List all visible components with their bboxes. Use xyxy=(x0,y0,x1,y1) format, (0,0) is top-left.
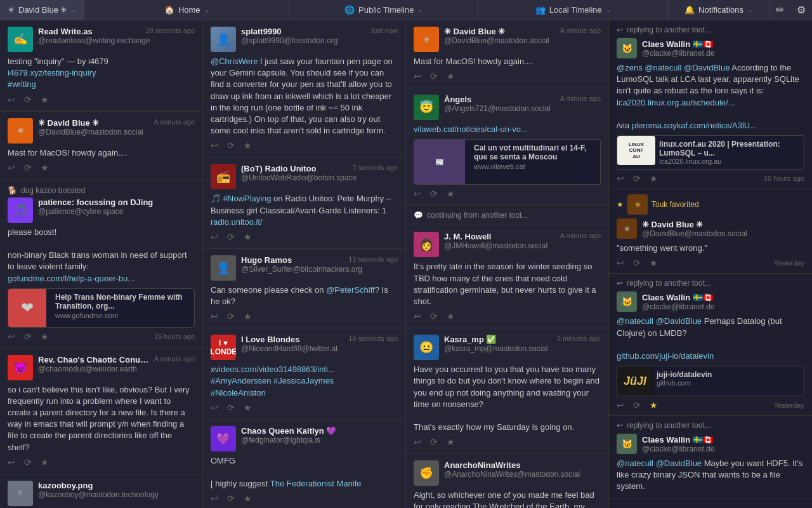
favorite-button[interactable]: ★ xyxy=(41,331,49,342)
public-icon: 🌐 xyxy=(344,5,355,15)
favorite-button[interactable]: ★ xyxy=(447,437,455,447)
local-timeline-nav[interactable]: 👥 Local Timeline ⌄ xyxy=(478,0,668,20)
mention[interactable]: @PeterSchiff xyxy=(326,285,375,295)
favorite-text: Touk favorited xyxy=(652,200,699,209)
favorite-button[interactable]: ★ xyxy=(244,403,252,413)
boost-button[interactable]: ⟳ xyxy=(633,258,641,268)
boost-button[interactable]: ⟳ xyxy=(227,140,235,150)
reply-button[interactable]: ↩ xyxy=(211,232,218,242)
public-timeline-nav[interactable]: 🌐 Public Timeline ⌄ xyxy=(289,0,479,20)
toot-link[interactable]: vilaweb.cat/noticies/cal-un-vo... xyxy=(414,124,528,134)
reply-button[interactable]: ↩ xyxy=(617,258,624,268)
notifications-nav[interactable]: 🔔 Notifications ⌄ xyxy=(668,0,769,20)
reply-button[interactable]: ↩ xyxy=(211,403,218,413)
reply-button[interactable]: ↩ xyxy=(211,140,218,150)
boost-button[interactable]: ⟳ xyxy=(430,189,438,199)
reply-button[interactable]: ↩ xyxy=(414,311,421,321)
reply-indicator: ↩ replying to another toot... xyxy=(617,421,804,430)
toot-time: A minute ago xyxy=(154,118,195,126)
hashtag: #NowPlaying xyxy=(223,194,272,203)
reply-button[interactable]: ↩ xyxy=(211,493,218,504)
reply-button[interactable]: ↩ xyxy=(414,71,421,81)
notif-link[interactable]: github.com/juji-io/datalevin xyxy=(617,351,714,361)
favorite-button[interactable]: ★ xyxy=(244,140,252,150)
mention[interactable]: @natecull xyxy=(645,63,681,72)
compose-button[interactable]: ✏ xyxy=(769,0,790,20)
reply-button[interactable]: ↩ xyxy=(617,173,624,184)
favorite-button[interactable]: ★ xyxy=(650,258,658,268)
mention[interactable]: @DavidBlue xyxy=(684,63,730,72)
toot-radiounito: 📻 (BoT) Radio Unitoo @UnitooWebRadio@bot… xyxy=(203,157,405,249)
favorite-button[interactable]: ★ xyxy=(447,71,455,81)
toot-link[interactable]: i4679.xyz/testing-inquiry xyxy=(8,68,96,77)
home-label: Home xyxy=(178,5,200,15)
boost-button[interactable]: ⟳ xyxy=(633,400,641,410)
reply-button[interactable]: ↩ xyxy=(8,163,15,173)
settings-button[interactable]: ⚙ xyxy=(790,0,812,20)
reply-button[interactable]: ↩ xyxy=(414,189,421,199)
home-column: ✍ Read Write.as @readwriteas@writing.exc… xyxy=(0,20,203,508)
juji-card-url: github.com xyxy=(657,379,800,387)
reply-button[interactable]: ↩ xyxy=(8,95,15,105)
reply-button[interactable]: ↩ xyxy=(8,331,15,342)
boost-button[interactable]: ⟳ xyxy=(633,173,641,184)
reply-button[interactable]: ↩ xyxy=(8,457,15,467)
mention[interactable]: @DavidBlue xyxy=(656,316,702,326)
author-handle: @DavidBlue@mastodon.social xyxy=(38,128,149,137)
author-handle: @DavidBlue@mastodon.social xyxy=(642,229,747,238)
favorite-button[interactable]: ★ xyxy=(650,173,658,184)
mention[interactable]: @ChrisWere xyxy=(211,57,258,66)
favorite-button[interactable]: ★ xyxy=(41,457,49,467)
boost-button[interactable]: ⟳ xyxy=(430,311,438,321)
home-nav[interactable]: 🏠 Home ⌄ xyxy=(84,0,289,20)
boost-button[interactable]: ⟳ xyxy=(227,311,235,321)
toot-link[interactable]: radio.unitoo.it/ xyxy=(211,217,263,227)
toot-link[interactable]: gofundme.com/f/help-a-queer-bu... xyxy=(8,274,134,283)
favorite-button[interactable]: ★ xyxy=(41,163,49,173)
mention[interactable]: @DavidBlue xyxy=(656,458,702,468)
reply-button[interactable]: ↩ xyxy=(414,437,421,447)
favorite-button[interactable]: ★ xyxy=(244,493,252,504)
reply-button[interactable]: ↩ xyxy=(617,400,624,410)
mention[interactable]: @natecull xyxy=(617,458,653,468)
mention[interactable]: @zens xyxy=(617,63,643,72)
mention[interactable]: @natecull xyxy=(617,316,653,326)
boost-button[interactable]: ⟳ xyxy=(24,331,32,342)
notif-link[interactable]: lca2020.linux.org.au/schedule/... xyxy=(617,98,735,107)
favorite-button[interactable]: ★ xyxy=(244,232,252,242)
favorite-button[interactable]: ★ xyxy=(447,311,455,321)
favorite-button[interactable]: ★ xyxy=(650,400,658,410)
toot-link[interactable]: xvideos.com/video31498863/inti... xyxy=(211,364,335,374)
avatar: ✊ xyxy=(414,460,439,486)
toot-link[interactable]: The Federationist Manife xyxy=(270,479,362,488)
toot-meta: (BoT) Radio Unitoo @UnitooWebRadio@botsi… xyxy=(241,164,347,182)
boost-button[interactable]: ⟳ xyxy=(227,493,235,504)
boost-button[interactable]: ⟳ xyxy=(227,403,235,413)
author-name: (BoT) Radio Unitoo xyxy=(241,164,347,173)
reply-indicator: ↩ replying to another toot... xyxy=(617,279,804,288)
notif-link2[interactable]: pleroma.soykaf.com/notice/A3lU... xyxy=(632,121,757,130)
favorite-button[interactable]: ★ xyxy=(41,95,49,105)
boost-button[interactable]: ⟳ xyxy=(24,457,32,467)
favorite-button[interactable]: ★ xyxy=(447,189,455,199)
toot-actions: ↩ ⟳ ★ xyxy=(8,95,195,105)
home-chevron-icon: ⌄ xyxy=(204,6,209,13)
boost-button[interactable]: ⟳ xyxy=(24,163,32,173)
preview-card-url: www.vilaweb.cat xyxy=(474,163,596,170)
boost-button[interactable]: ⟳ xyxy=(430,71,438,81)
lca-card-content: linux.conf.au 2020 | Presentation: LumoS… xyxy=(655,136,804,169)
avatar: K xyxy=(8,481,33,506)
public-label: Public Timeline xyxy=(358,5,414,15)
boost-button[interactable]: ⟳ xyxy=(24,95,32,105)
toot-actions: ↩ ⟳ ★ xyxy=(414,71,601,81)
local-feed: ✳ ✳ David Blue ✳ @DavidBlue@mastodon.soc… xyxy=(406,20,608,508)
lca-card-title: linux.conf.au 2020 | Presentation: LumoS… xyxy=(659,140,800,157)
toot-iloveblondes: I ♥ BLONDES I Love Blondes @NiceandHard6… xyxy=(203,328,405,420)
bell-icon: 🔔 xyxy=(684,5,695,15)
boost-button[interactable]: ⟳ xyxy=(430,437,438,447)
account-switcher[interactable]: ✳ David Blue ✳ ⌄ xyxy=(0,0,84,20)
boost-button[interactable]: ⟳ xyxy=(227,232,235,242)
reply-button[interactable]: ↩ xyxy=(211,311,218,321)
author-handle: @clacke@libranet.de xyxy=(642,49,714,58)
favorite-button[interactable]: ★ xyxy=(244,311,252,321)
